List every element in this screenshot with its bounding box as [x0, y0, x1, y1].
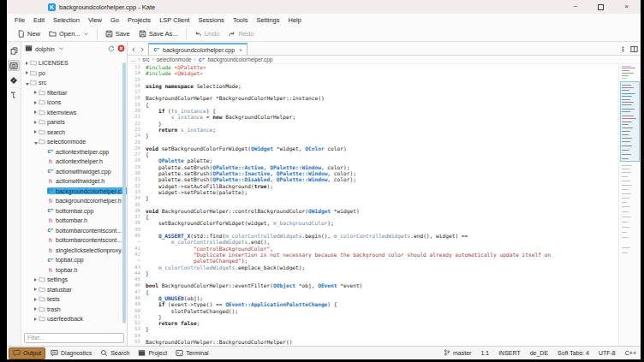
code-line[interactable]: 32 widget->setAutoFillBackground(true);	[128, 183, 618, 189]
terminal-panel-button[interactable]: Terminal	[172, 348, 212, 359]
tree-file-singleclickselectionproxy-[interactable]: hsingleclickselectionproxy...	[21, 246, 127, 256]
code-line[interactable]: 48 Q_UNUSED(obj);	[128, 295, 618, 301]
redo-button[interactable]: Redo	[224, 28, 258, 39]
menu-go[interactable]: Go	[110, 16, 119, 24]
code-line[interactable]: 14#include <QWidget>	[128, 70, 618, 76]
code-line[interactable]: 27{	[128, 151, 618, 157]
menu-view[interactable]: View	[88, 16, 102, 24]
save-as-button[interactable]: Save As...	[134, 28, 182, 39]
documents-icon[interactable]	[8, 45, 20, 56]
tree-file-topbar-h[interactable]: htopbar.h	[21, 265, 127, 276]
status-utf-8[interactable]: UTF-8	[599, 350, 616, 356]
status-master[interactable]: master	[444, 349, 471, 357]
more-options-icon[interactable]	[620, 41, 626, 56]
tree-folder-licenses[interactable]: LICENSES	[21, 58, 127, 68]
code-line[interactable]: 16using namespace SelectionMode;	[128, 83, 618, 89]
tree-folder-po[interactable]: po	[21, 68, 127, 79]
undo-button[interactable]: Undo	[190, 28, 224, 39]
code-line[interactable]: 26void setBackgroundColorForWidget(QWidg…	[128, 145, 618, 151]
code-line[interactable]: 24}	[128, 133, 618, 139]
breadcrumb-item-src[interactable]: src	[142, 56, 149, 62]
nav-forward-icon[interactable]	[139, 41, 146, 56]
project-list-icon[interactable]	[8, 60, 20, 71]
menu-help[interactable]: Help	[289, 16, 301, 24]
menu-selection[interactable]: Selection	[53, 16, 80, 24]
tree-folder-icons[interactable]: icons	[21, 98, 127, 108]
tree-folder-kitemviews[interactable]: kitemviews	[21, 108, 127, 118]
code-line[interactable]: 49 if (event->type() == QEvent::Applicat…	[128, 301, 618, 307]
status-soft-tabs-4[interactable]: Soft Tabs: 4	[558, 350, 589, 356]
tree-file-bottombarcontentscont-[interactable]: hbottombarcontentscont...	[21, 235, 127, 246]
tree-file-backgroundcolorhelper-h[interactable]: hbackgroundcolorhelper.h	[21, 196, 127, 206]
symbol-outline-icon[interactable]	[8, 89, 20, 100]
code-view[interactable]: 13#include <QPalette>14#include <QWidget…	[128, 64, 618, 346]
tree-file-actiontexthelper-h[interactable]: hactiontexthelper.h	[21, 157, 127, 167]
tree-folder-userfeedback[interactable]: userfeedback	[21, 314, 127, 324]
new-button[interactable]: New	[13, 28, 45, 39]
tree-file-actiontexthelper-cpp[interactable]: c⁺actiontexthelper.cpp	[21, 147, 127, 157]
code-line[interactable]: 13#include <QPalette>	[128, 64, 618, 70]
project-name[interactable]: dolphin	[35, 46, 55, 52]
menu-lsp-client[interactable]: LSP Client	[159, 16, 189, 24]
chevron-down-icon[interactable]	[58, 45, 64, 52]
tree-folder-src[interactable]: src	[21, 78, 127, 88]
tree-folder-settings[interactable]: settings	[21, 275, 127, 285]
code-line[interactable]: 25	[128, 139, 618, 145]
code-line[interactable]: 44}	[128, 270, 618, 276]
minimize-button[interactable]: −	[574, 0, 578, 14]
tree-folder-trash[interactable]: trash	[21, 305, 127, 315]
title-bar[interactable]: K backgroundcolorhelper.cpp - Kate − ×	[7, 0, 641, 14]
refresh-icon[interactable]	[108, 45, 115, 53]
close-project-icon[interactable]	[117, 45, 125, 53]
tree-file-bottombarcontentscont-[interactable]: c⁺bottombarcontentscont...	[21, 226, 127, 236]
code-line[interactable]: ↪ m_colorControlledWidgets.end(),	[128, 239, 618, 245]
tree-file-actionwithwidget-h[interactable]: hactionwithwidget.h	[21, 176, 127, 187]
menu-settings[interactable]: Settings	[256, 16, 279, 24]
minimap-scrollbar[interactable]	[618, 64, 641, 346]
open-button[interactable]: Open...	[45, 28, 93, 39]
code-line[interactable]: 40 Q_ASSERT_X(std::find(m_colorControlle…	[128, 233, 618, 239]
split-view-icon[interactable]	[630, 41, 638, 56]
tree-folder-tests[interactable]: tests	[21, 294, 127, 305]
status-de-de[interactable]: de_DE	[530, 350, 548, 356]
close-button[interactable]: ×	[624, 0, 629, 14]
code-line[interactable]: 31 palette.setBrush(QPalette::Disabled, …	[128, 176, 618, 182]
code-line[interactable]: 53}	[128, 326, 618, 332]
code-line[interactable]: 42 "Duplicate insertion is not necessary…	[128, 252, 618, 258]
tab-close-icon[interactable]: ×	[239, 47, 242, 53]
status-c++[interactable]: C++	[625, 350, 636, 356]
tree-file-actionwithwidget-cpp[interactable]: c⁺actionwithwidget.cpp	[21, 167, 127, 177]
code-line[interactable]: 45	[128, 276, 618, 282]
save-button[interactable]: Save	[101, 28, 134, 39]
menu-tools[interactable]: Tools	[233, 16, 248, 24]
code-line[interactable]: 20 if (!s_instance) {	[128, 108, 618, 114]
code-line[interactable]: 19{	[128, 102, 618, 108]
menu-sessions[interactable]: Sessions	[198, 16, 224, 24]
status-insert[interactable]: INSERT	[498, 350, 521, 356]
menu-file[interactable]: File	[15, 16, 25, 24]
code-line[interactable]: 21 s_instance = new BackgroundColorHelpe…	[128, 114, 618, 120]
menu-edit[interactable]: Edit	[33, 16, 45, 24]
code-line[interactable]: 36void BackgroundColorHelper::controlBac…	[128, 208, 618, 214]
tree-file-bottombar-cpp[interactable]: c⁺bottombar.cpp	[21, 206, 127, 217]
code-line[interactable]: 54	[128, 333, 618, 339]
diamond-icon[interactable]	[8, 74, 20, 86]
tree-file-topbar-cpp[interactable]: c⁺topbar.cpp	[21, 255, 127, 265]
code-line[interactable]: 51 }	[128, 314, 618, 320]
breadcrumb-item-backgroundcolorhelper-cpp[interactable]: backgroundcolorhelper.cpp	[208, 56, 273, 62]
code-line[interactable]: 52 return false;	[128, 320, 618, 326]
code-line[interactable]: 43 m_colorControlledWidgets.emplace_back…	[128, 264, 618, 270]
maximize-button[interactable]	[598, 4, 604, 10]
tree-file-backgroundcolorhelper-c-[interactable]: c⁺backgroundcolorhelper.c...	[21, 187, 127, 197]
menu-projects[interactable]: Projects	[128, 16, 151, 24]
code-line[interactable]: 34}	[128, 195, 618, 201]
breadcrumb[interactable]: ...›src›selectionmode›c⁺backgroundcolorh…	[128, 56, 641, 64]
project-panel-button[interactable]: Project	[134, 348, 170, 359]
code-line[interactable]: 37{	[128, 214, 618, 220]
code-line[interactable]: 39	[128, 227, 618, 233]
code-line[interactable]: 55BackgroundColorHelper::BackgroundColor…	[128, 339, 618, 345]
code-line[interactable]: 29 palette.setBrush(QPalette::Active, QP…	[128, 164, 618, 170]
chevron-down-icon[interactable]	[83, 31, 89, 37]
status-1-1[interactable]: 1:1	[480, 350, 489, 356]
tab-backgroundcolorhelper[interactable]: c⁺ backgroundcolorhelper.cpp ×	[148, 43, 247, 55]
